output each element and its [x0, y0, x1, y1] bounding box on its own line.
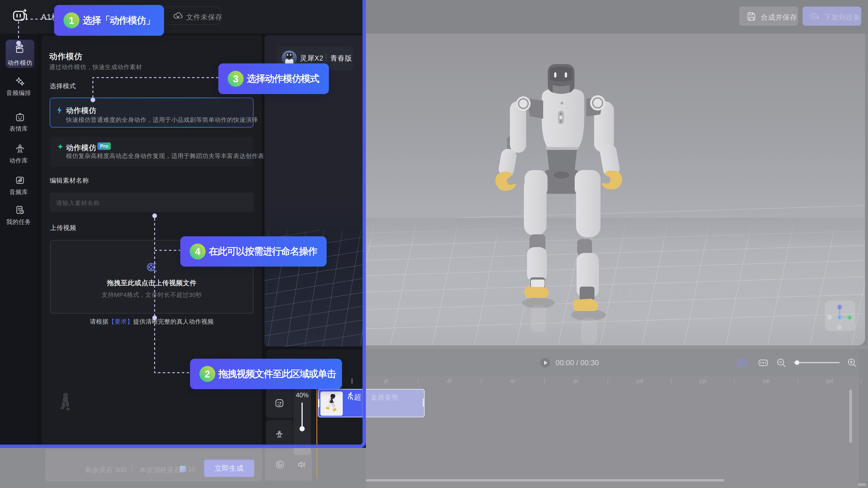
svg-text:Y: Y [838, 315, 841, 319]
svg-text:Z: Z [839, 305, 841, 309]
svg-text:X: X [848, 315, 851, 320]
